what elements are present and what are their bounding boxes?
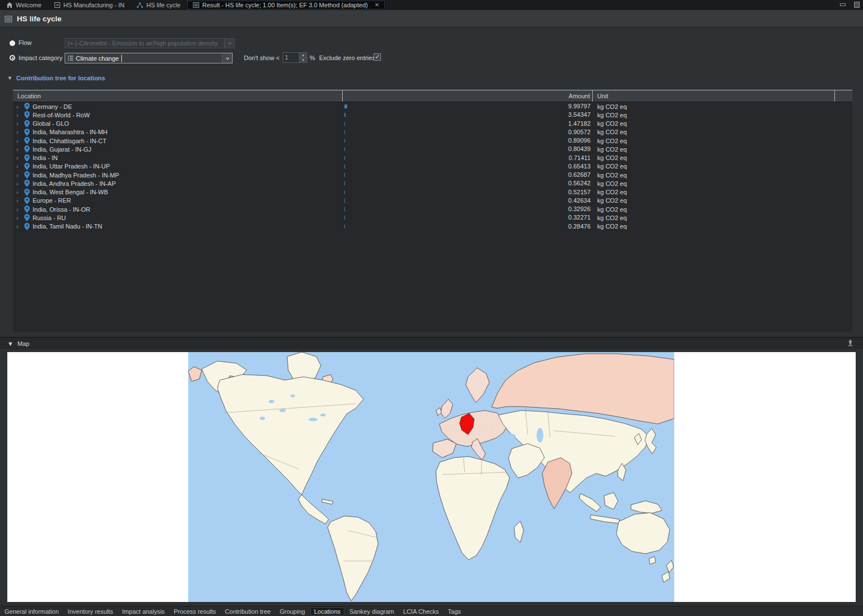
table-row[interactable]: ›India - IN0.71411kg CO2 eq bbox=[13, 154, 852, 162]
spinner-down-icon[interactable]: ▼ bbox=[299, 57, 307, 62]
contribution-bar bbox=[344, 113, 346, 117]
table-row[interactable]: ›India, Madhya Pradesh - IN-MP0.62687kg … bbox=[13, 171, 852, 179]
world-map[interactable] bbox=[188, 352, 674, 602]
location-label: India - IN bbox=[33, 154, 58, 161]
expand-chevron-icon[interactable]: › bbox=[16, 112, 21, 118]
bottom-tab-grouping[interactable]: Grouping bbox=[275, 606, 310, 616]
top-tab-label: HS Manufacturing - IN bbox=[63, 2, 125, 8]
contribution-bar bbox=[344, 139, 345, 143]
map-section-header[interactable]: ▼ Map bbox=[0, 337, 863, 349]
location-pin-icon bbox=[24, 180, 30, 187]
column-header-amount[interactable]: Amount bbox=[343, 90, 593, 102]
table-row[interactable]: ›Europe - RER0.42634kg CO2 eq bbox=[13, 197, 852, 205]
bottom-tab-sankey-diagram[interactable]: Sankey diagram bbox=[345, 606, 399, 616]
map-section-title: Map bbox=[17, 340, 29, 347]
top-tab-label: HS life cycle bbox=[146, 2, 180, 8]
table-row[interactable]: ›India, Uttar Pradesh - IN-UP0.65413kg C… bbox=[13, 162, 852, 171]
location-label: India, Orissa - IN-OR bbox=[33, 206, 90, 213]
editor-tab-bar: WelcomeHS Manufacturing - INHS life cycl… bbox=[0, 0, 863, 11]
expand-chevron-icon[interactable]: › bbox=[16, 189, 21, 195]
top-tab-3[interactable]: HS life cycle bbox=[130, 0, 187, 10]
expand-chevron-icon[interactable]: › bbox=[16, 147, 21, 152]
table-row[interactable]: ›India, Tamil Nadu - IN-TN0.28476kg CO2 … bbox=[13, 222, 852, 231]
bottom-tab-locations[interactable]: Locations bbox=[310, 606, 345, 616]
location-pin-icon bbox=[24, 129, 30, 136]
table-row[interactable]: ›Rest-of-World - RoW3.54347kg CO2 eq bbox=[13, 111, 852, 119]
location-label: Russia - RU bbox=[33, 215, 66, 221]
expand-chevron-icon[interactable]: › bbox=[16, 129, 21, 135]
flow-combo-dropdown-icon bbox=[224, 39, 234, 48]
expand-chevron-icon[interactable]: › bbox=[16, 163, 21, 169]
impact-combo-dropdown-icon[interactable] bbox=[222, 53, 232, 63]
location-pin-icon bbox=[24, 120, 30, 127]
unit-value: kg CO2 eq bbox=[593, 112, 835, 118]
top-tab-4[interactable]: Result - HS life cycle; 1.00 Item(s); EF… bbox=[187, 0, 385, 10]
exclude-zero-checkbox[interactable]: ✓ bbox=[374, 53, 381, 61]
unit-value: kg CO2 eq bbox=[593, 154, 835, 161]
unit-value: kg CO2 eq bbox=[593, 129, 835, 135]
table-row[interactable]: ›India, Maharashtra - IN-MH0.90572kg CO2… bbox=[13, 128, 852, 136]
bottom-tab-process-results[interactable]: Process results bbox=[169, 606, 220, 616]
table-row[interactable]: ›Russia - RU0.32271kg CO2 eq bbox=[13, 213, 852, 222]
location-label: India, Madhya Pradesh - IN-MP bbox=[33, 172, 119, 179]
top-tab-1[interactable]: Welcome bbox=[0, 0, 48, 10]
expand-chevron-icon[interactable]: › bbox=[16, 207, 21, 212]
location-pin-icon bbox=[24, 103, 30, 110]
table-row[interactable]: ›India, Andhra Pradesh - IN-AP0.56242kg … bbox=[13, 179, 852, 188]
bottom-tab-impact-analysis[interactable]: Impact analysis bbox=[117, 606, 169, 616]
minimize-button[interactable] bbox=[839, 2, 847, 8]
expand-chevron-icon[interactable]: › bbox=[16, 223, 21, 229]
table-row[interactable]: ›India, Orissa - IN-OR0.32926kg CO2 eq bbox=[13, 205, 852, 213]
collapse-triangle-icon[interactable]: ▼ bbox=[7, 75, 12, 81]
expand-chevron-icon[interactable]: › bbox=[16, 215, 21, 221]
impact-category-combo[interactable]: Climate change bbox=[65, 53, 233, 63]
unit-value: kg CO2 eq bbox=[593, 223, 835, 230]
location-pin-icon bbox=[24, 145, 30, 153]
spinner-up-icon[interactable]: ▲ bbox=[299, 53, 307, 57]
result-icon bbox=[4, 15, 12, 23]
bottom-tab-general-information[interactable]: General information bbox=[0, 606, 63, 616]
table-row[interactable]: ›India, West Bengal - IN-WB0.52157kg CO2… bbox=[13, 188, 852, 197]
contribution-bar bbox=[344, 147, 345, 151]
table-row[interactable]: ›Germany - DE9.99797kg CO2 eq bbox=[13, 102, 852, 111]
flow-radio[interactable] bbox=[10, 40, 15, 46]
location-pin-icon bbox=[24, 163, 30, 170]
bottom-tab-tags[interactable]: Tags bbox=[443, 606, 465, 616]
export-map-icon[interactable] bbox=[847, 339, 854, 348]
table-row[interactable]: ›India, Gujarat - IN-GJ0.80439kg CO2 eq bbox=[13, 145, 852, 153]
expand-chevron-icon[interactable]: › bbox=[16, 104, 21, 109]
amount-value: 0.42634 bbox=[568, 197, 591, 204]
location-label: India, Andhra Pradesh - IN-AP bbox=[33, 180, 116, 187]
expand-chevron-icon[interactable]: › bbox=[16, 138, 21, 144]
expand-chevron-icon[interactable]: › bbox=[16, 121, 21, 126]
collapse-triangle-icon[interactable]: ▼ bbox=[7, 340, 13, 347]
expand-chevron-icon[interactable]: › bbox=[16, 172, 21, 178]
column-header-location[interactable]: Location bbox=[13, 90, 343, 102]
location-label: India, Maharashtra - IN-MH bbox=[33, 129, 107, 135]
impact-category-radio[interactable] bbox=[10, 55, 15, 61]
amount-value: 0.28476 bbox=[568, 223, 591, 230]
expand-chevron-icon[interactable]: › bbox=[16, 198, 21, 203]
contribution-bar bbox=[344, 190, 345, 194]
amount-value: 0.62687 bbox=[568, 171, 591, 178]
dont-show-value[interactable]: 1 bbox=[283, 53, 299, 62]
amount-value: 0.52157 bbox=[568, 189, 591, 195]
contribution-bar bbox=[344, 216, 345, 220]
expand-chevron-icon[interactable]: › bbox=[16, 155, 21, 161]
top-tab-2[interactable]: HS Manufacturing - IN bbox=[48, 0, 131, 10]
bottom-tab-lcia-checks[interactable]: LCIA Checks bbox=[399, 606, 444, 616]
bottom-tab-contribution-tree[interactable]: Contribution tree bbox=[220, 606, 275, 616]
close-tab-icon[interactable]: ✕ bbox=[375, 2, 379, 8]
bottom-tab-inventory-results[interactable]: Inventory results bbox=[63, 606, 118, 616]
table-row[interactable]: ›Global - GLO1.47182kg CO2 eq bbox=[13, 120, 852, 128]
flow-combo: (+-)-Citronellol - Emission to air/high … bbox=[65, 38, 235, 48]
unit-value: kg CO2 eq bbox=[593, 163, 835, 170]
table-row[interactable]: ›India, Chhattisgarh - IN-CT0.89096kg CO… bbox=[13, 136, 852, 145]
contribution-section-header[interactable]: ▼ Contribution tree for locations bbox=[7, 75, 105, 81]
maximize-button[interactable] bbox=[853, 2, 861, 8]
top-tab-label: Result - HS life cycle; 1.00 Item(s); EF… bbox=[202, 2, 368, 8]
location-label: India, Chhattisgarh - IN-CT bbox=[33, 138, 106, 144]
dont-show-spinner[interactable]: 1 ▲ ▼ bbox=[283, 52, 307, 63]
expand-chevron-icon[interactable]: › bbox=[16, 181, 21, 186]
column-header-unit[interactable]: Unit bbox=[593, 90, 835, 102]
